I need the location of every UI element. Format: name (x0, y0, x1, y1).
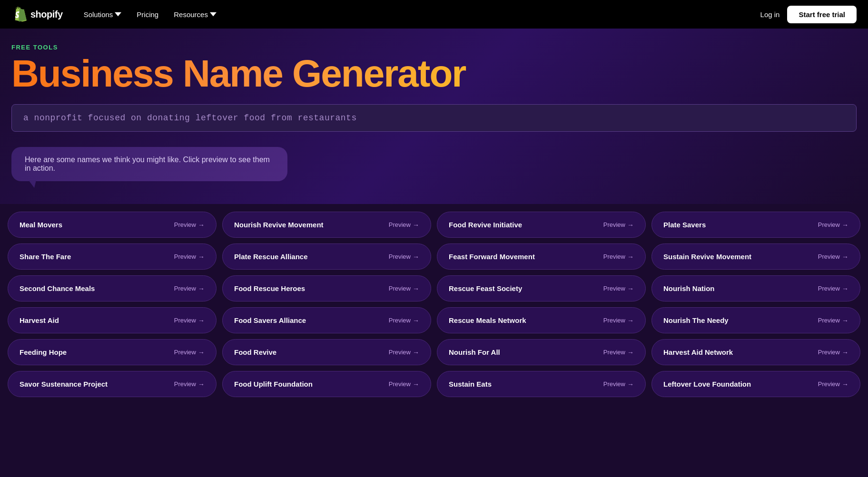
preview-link[interactable]: Preview → (389, 380, 419, 388)
nav-pricing[interactable]: Pricing (131, 7, 164, 22)
arrow-icon: → (198, 221, 205, 229)
arrow-icon: → (413, 317, 419, 324)
name-card[interactable]: Rescue Feast SocietyPreview → (437, 275, 646, 302)
arrow-icon: → (198, 285, 205, 292)
business-name: Plate Rescue Alliance (234, 253, 385, 261)
business-name: Nourish For All (449, 348, 600, 356)
tooltip-text: Here are some names we think you might l… (25, 156, 270, 172)
preview-link[interactable]: Preview → (818, 317, 848, 324)
business-name: Food Savers Alliance (234, 316, 385, 324)
business-name: Nourish The Needy (663, 316, 814, 324)
arrow-icon: → (842, 253, 848, 261)
business-name: Rescue Feast Society (449, 284, 600, 292)
preview-link[interactable]: Preview → (818, 285, 848, 292)
name-card[interactable]: Rescue Meals NetworkPreview → (437, 307, 646, 333)
preview-link[interactable]: Preview → (174, 221, 205, 229)
business-name: Second Chance Meals (20, 284, 170, 292)
business-name: Savor Sustenance Project (20, 380, 170, 388)
business-name: Harvest Aid Network (663, 348, 814, 356)
name-card[interactable]: Sustain Revive MovementPreview → (651, 243, 860, 270)
name-card[interactable]: Leftover Love FoundationPreview → (651, 371, 860, 397)
name-card[interactable]: Harvest AidPreview → (8, 307, 217, 333)
name-card[interactable]: Food Revive InitiativePreview → (437, 212, 646, 238)
business-name: Food Rescue Heroes (234, 284, 385, 292)
arrow-icon: → (413, 221, 419, 229)
start-trial-button[interactable]: Start free trial (787, 6, 857, 23)
logo[interactable]: shopify (11, 7, 63, 22)
preview-link[interactable]: Preview → (603, 221, 634, 229)
preview-link[interactable]: Preview → (174, 317, 205, 324)
business-name: Feeding Hope (20, 348, 170, 356)
search-input[interactable] (11, 104, 857, 132)
name-card[interactable]: Nourish For AllPreview → (437, 339, 646, 365)
name-card[interactable]: Second Chance MealsPreview → (8, 275, 217, 302)
name-card[interactable]: Savor Sustenance ProjectPreview → (8, 371, 217, 397)
preview-link[interactable]: Preview → (603, 317, 634, 324)
name-card[interactable]: Meal MoversPreview → (8, 212, 217, 238)
preview-link[interactable]: Preview → (818, 253, 848, 261)
name-card[interactable]: Sustain EatsPreview → (437, 371, 646, 397)
business-name: Harvest Aid (20, 316, 170, 324)
shopify-logo-icon (11, 7, 27, 22)
preview-link[interactable]: Preview → (818, 380, 848, 388)
nav-resources[interactable]: Resources (168, 7, 222, 22)
name-card[interactable]: Nourish NationPreview → (651, 275, 860, 302)
name-card[interactable]: Food Rescue HeroesPreview → (222, 275, 431, 302)
name-card[interactable]: Nourish The NeedyPreview → (651, 307, 860, 333)
arrow-icon: → (413, 253, 419, 261)
name-card[interactable]: Harvest Aid NetworkPreview → (651, 339, 860, 365)
main-nav: shopify Solutions Pricing Resources Log … (0, 0, 868, 29)
arrow-icon: → (842, 380, 848, 388)
business-name: Food Uplift Foundation (234, 380, 385, 388)
login-link[interactable]: Log in (760, 10, 780, 19)
arrow-icon: → (198, 380, 205, 388)
business-name: Sustain Revive Movement (663, 253, 814, 261)
arrow-icon: → (198, 349, 205, 356)
preview-link[interactable]: Preview → (389, 221, 419, 229)
business-name: Leftover Love Foundation (663, 380, 814, 388)
chevron-down-icon (115, 11, 121, 18)
free-tools-label: FREE TOOLS (11, 44, 857, 51)
name-card[interactable]: Plate SaversPreview → (651, 212, 860, 238)
preview-link[interactable]: Preview → (603, 380, 634, 388)
name-card[interactable]: Feast Forward MovementPreview → (437, 243, 646, 270)
arrow-icon: → (627, 317, 634, 324)
preview-link[interactable]: Preview → (818, 349, 848, 356)
name-card[interactable]: Nourish Revive MovementPreview → (222, 212, 431, 238)
business-name: Nourish Nation (663, 284, 814, 292)
name-card[interactable]: Share The FarePreview → (8, 243, 217, 270)
names-grid: Meal MoversPreview →Nourish Revive Movem… (0, 204, 868, 412)
name-card[interactable]: Plate Rescue AlliancePreview → (222, 243, 431, 270)
name-card[interactable]: Food RevivePreview → (222, 339, 431, 365)
preview-link[interactable]: Preview → (174, 349, 205, 356)
page-title: Business Name Generator (11, 55, 857, 93)
business-name: Rescue Meals Network (449, 316, 600, 324)
nav-solutions[interactable]: Solutions (78, 7, 128, 22)
arrow-icon: → (627, 253, 634, 261)
arrow-icon: → (627, 380, 634, 388)
hero-section: FREE TOOLS Business Name Generator Here … (0, 29, 868, 204)
name-card[interactable]: Food Savers AlliancePreview → (222, 307, 431, 333)
business-name: Food Revive Initiative (449, 221, 600, 229)
preview-link[interactable]: Preview → (174, 380, 205, 388)
preview-link[interactable]: Preview → (603, 285, 634, 292)
arrow-icon: → (842, 285, 848, 292)
arrow-icon: → (842, 221, 848, 229)
preview-link[interactable]: Preview → (389, 285, 419, 292)
arrow-icon: → (627, 221, 634, 229)
arrow-icon: → (627, 285, 634, 292)
preview-link[interactable]: Preview → (389, 317, 419, 324)
preview-link[interactable]: Preview → (174, 253, 205, 261)
preview-link[interactable]: Preview → (818, 221, 848, 229)
preview-link[interactable]: Preview → (603, 253, 634, 261)
arrow-icon: → (413, 349, 419, 356)
name-card[interactable]: Feeding HopePreview → (8, 339, 217, 365)
preview-link[interactable]: Preview → (389, 253, 419, 261)
business-name: Feast Forward Movement (449, 253, 600, 261)
preview-link[interactable]: Preview → (174, 285, 205, 292)
business-name: Share The Fare (20, 253, 170, 261)
arrow-icon: → (413, 285, 419, 292)
preview-link[interactable]: Preview → (603, 349, 634, 356)
name-card[interactable]: Food Uplift FoundationPreview → (222, 371, 431, 397)
preview-link[interactable]: Preview → (389, 349, 419, 356)
